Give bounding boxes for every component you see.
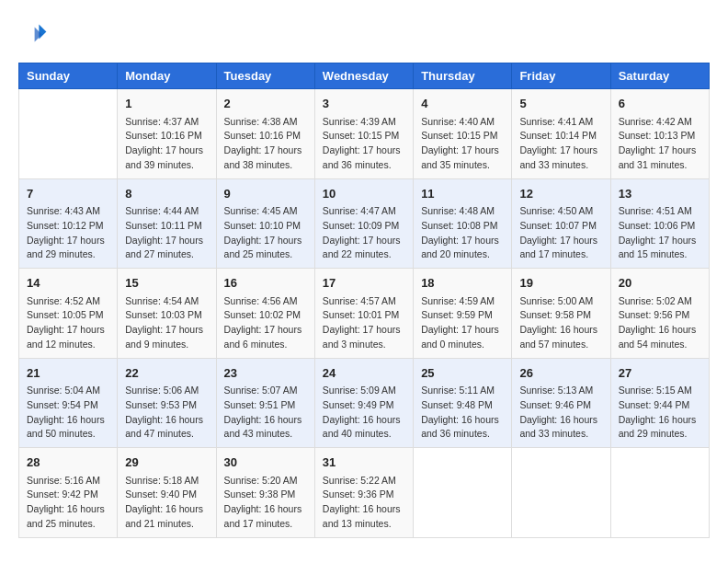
calendar-cell: [610, 448, 709, 538]
day-number: 27: [619, 364, 701, 383]
day-number: 11: [421, 185, 504, 203]
day-number: 8: [125, 185, 208, 203]
calendar-cell: 13Sunrise: 4:51 AM Sunset: 10:06 PM Dayl…: [610, 178, 709, 269]
cell-content: Sunrise: 4:41 AM Sunset: 10:14 PM Daylig…: [519, 115, 602, 173]
cell-content: Sunrise: 5:09 AM Sunset: 9:49 PM Dayligh…: [323, 384, 405, 442]
calendar-cell: 4Sunrise: 4:40 AM Sunset: 10:15 PM Dayli…: [414, 89, 512, 179]
cell-content: Sunrise: 4:47 AM Sunset: 10:09 PM Daylig…: [323, 204, 405, 262]
day-number: 4: [421, 95, 504, 113]
day-number: 31: [323, 454, 405, 472]
week-row-1: 1Sunrise: 4:37 AM Sunset: 10:16 PM Dayli…: [19, 89, 710, 179]
cell-content: Sunrise: 5:20 AM Sunset: 9:38 PM Dayligh…: [224, 474, 307, 532]
cell-content: Sunrise: 5:04 AM Sunset: 9:54 PM Dayligh…: [27, 384, 109, 442]
calendar-cell: 10Sunrise: 4:47 AM Sunset: 10:09 PM Dayl…: [314, 178, 413, 269]
cell-content: Sunrise: 5:07 AM Sunset: 9:51 PM Dayligh…: [224, 384, 307, 442]
cell-content: Sunrise: 5:18 AM Sunset: 9:40 PM Dayligh…: [125, 474, 208, 532]
day-number: 16: [224, 274, 307, 293]
calendar-cell: [19, 89, 118, 179]
day-number: 23: [224, 364, 307, 383]
cell-content: Sunrise: 4:48 AM Sunset: 10:08 PM Daylig…: [421, 204, 504, 262]
day-number: 6: [619, 95, 701, 113]
calendar-cell: 31Sunrise: 5:22 AM Sunset: 9:36 PM Dayli…: [314, 448, 413, 538]
day-number: 28: [27, 454, 109, 472]
logo-icon: [18, 18, 48, 48]
calendar-cell: 25Sunrise: 5:11 AM Sunset: 9:48 PM Dayli…: [414, 358, 512, 448]
day-number: 9: [224, 185, 307, 203]
cell-content: Sunrise: 4:45 AM Sunset: 10:10 PM Daylig…: [224, 204, 307, 262]
cell-content: Sunrise: 4:40 AM Sunset: 10:15 PM Daylig…: [421, 115, 504, 173]
day-number: 3: [323, 95, 405, 113]
day-number: 22: [125, 364, 208, 383]
calendar-cell: 24Sunrise: 5:09 AM Sunset: 9:49 PM Dayli…: [314, 358, 413, 448]
column-header-tuesday: Tuesday: [216, 63, 314, 89]
cell-content: Sunrise: 4:56 AM Sunset: 10:02 PM Daylig…: [224, 294, 307, 352]
day-number: 5: [519, 95, 602, 113]
calendar-cell: 29Sunrise: 5:18 AM Sunset: 9:40 PM Dayli…: [118, 448, 216, 538]
calendar-cell: 30Sunrise: 5:20 AM Sunset: 9:38 PM Dayli…: [216, 448, 314, 538]
cell-content: Sunrise: 4:54 AM Sunset: 10:03 PM Daylig…: [125, 294, 208, 352]
day-number: 15: [125, 274, 208, 293]
calendar-cell: [512, 448, 610, 538]
day-number: 20: [619, 274, 701, 293]
calendar-cell: 5Sunrise: 4:41 AM Sunset: 10:14 PM Dayli…: [512, 89, 610, 179]
calendar-cell: 11Sunrise: 4:48 AM Sunset: 10:08 PM Dayl…: [414, 178, 512, 269]
column-header-friday: Friday: [512, 63, 610, 89]
day-number: 19: [519, 274, 602, 293]
calendar-cell: 21Sunrise: 5:04 AM Sunset: 9:54 PM Dayli…: [19, 358, 118, 448]
calendar-cell: 8Sunrise: 4:44 AM Sunset: 10:11 PM Dayli…: [118, 178, 216, 269]
cell-content: Sunrise: 4:42 AM Sunset: 10:13 PM Daylig…: [619, 115, 701, 173]
day-number: 10: [323, 185, 405, 203]
column-header-wednesday: Wednesday: [314, 63, 413, 89]
week-row-3: 14Sunrise: 4:52 AM Sunset: 10:05 PM Dayl…: [19, 269, 710, 359]
cell-content: Sunrise: 4:44 AM Sunset: 10:11 PM Daylig…: [125, 204, 208, 262]
calendar-cell: 3Sunrise: 4:39 AM Sunset: 10:15 PM Dayli…: [314, 89, 413, 179]
week-row-4: 21Sunrise: 5:04 AM Sunset: 9:54 PM Dayli…: [19, 358, 710, 448]
calendar-cell: 23Sunrise: 5:07 AM Sunset: 9:51 PM Dayli…: [216, 358, 314, 448]
calendar-cell: 14Sunrise: 4:52 AM Sunset: 10:05 PM Dayl…: [19, 269, 118, 359]
calendar-cell: 16Sunrise: 4:56 AM Sunset: 10:02 PM Dayl…: [216, 269, 314, 359]
calendar-cell: 1Sunrise: 4:37 AM Sunset: 10:16 PM Dayli…: [118, 89, 216, 179]
cell-content: Sunrise: 5:00 AM Sunset: 9:58 PM Dayligh…: [519, 294, 602, 352]
page-header: [18, 18, 710, 48]
day-number: 25: [421, 364, 504, 383]
column-header-thursday: Thursday: [414, 63, 512, 89]
calendar-cell: 9Sunrise: 4:45 AM Sunset: 10:10 PM Dayli…: [216, 178, 314, 269]
calendar-cell: 19Sunrise: 5:00 AM Sunset: 9:58 PM Dayli…: [512, 269, 610, 359]
cell-content: Sunrise: 5:16 AM Sunset: 9:42 PM Dayligh…: [27, 474, 109, 532]
calendar-table: SundayMondayTuesdayWednesdayThursdayFrid…: [18, 63, 710, 538]
calendar-cell: 6Sunrise: 4:42 AM Sunset: 10:13 PM Dayli…: [610, 89, 709, 179]
calendar-cell: 15Sunrise: 4:54 AM Sunset: 10:03 PM Dayl…: [118, 269, 216, 359]
day-number: 24: [323, 364, 405, 383]
calendar-cell: 20Sunrise: 5:02 AM Sunset: 9:56 PM Dayli…: [610, 269, 709, 359]
calendar-cell: 22Sunrise: 5:06 AM Sunset: 9:53 PM Dayli…: [118, 358, 216, 448]
week-row-2: 7Sunrise: 4:43 AM Sunset: 10:12 PM Dayli…: [19, 178, 710, 269]
column-header-saturday: Saturday: [610, 63, 709, 89]
calendar-cell: 7Sunrise: 4:43 AM Sunset: 10:12 PM Dayli…: [19, 178, 118, 269]
day-number: 13: [619, 185, 701, 203]
calendar-cell: 17Sunrise: 4:57 AM Sunset: 10:01 PM Dayl…: [314, 269, 413, 359]
day-number: 29: [125, 454, 208, 472]
day-number: 7: [27, 185, 109, 203]
cell-content: Sunrise: 4:50 AM Sunset: 10:07 PM Daylig…: [519, 204, 602, 262]
cell-content: Sunrise: 4:37 AM Sunset: 10:16 PM Daylig…: [125, 115, 208, 173]
day-number: 30: [224, 454, 307, 472]
calendar-cell: 12Sunrise: 4:50 AM Sunset: 10:07 PM Dayl…: [512, 178, 610, 269]
column-headers: SundayMondayTuesdayWednesdayThursdayFrid…: [19, 63, 710, 89]
cell-content: Sunrise: 4:51 AM Sunset: 10:06 PM Daylig…: [619, 204, 701, 262]
cell-content: Sunrise: 4:43 AM Sunset: 10:12 PM Daylig…: [27, 204, 109, 262]
cell-content: Sunrise: 4:57 AM Sunset: 10:01 PM Daylig…: [323, 294, 405, 352]
calendar-cell: 27Sunrise: 5:15 AM Sunset: 9:44 PM Dayli…: [610, 358, 709, 448]
day-number: 17: [323, 274, 405, 293]
calendar-cell: 26Sunrise: 5:13 AM Sunset: 9:46 PM Dayli…: [512, 358, 610, 448]
day-number: 26: [519, 364, 602, 383]
week-row-5: 28Sunrise: 5:16 AM Sunset: 9:42 PM Dayli…: [19, 448, 710, 538]
day-number: 1: [125, 95, 208, 113]
cell-content: Sunrise: 5:22 AM Sunset: 9:36 PM Dayligh…: [323, 474, 405, 532]
column-header-monday: Monday: [118, 63, 216, 89]
cell-content: Sunrise: 5:13 AM Sunset: 9:46 PM Dayligh…: [519, 384, 602, 442]
calendar-cell: 2Sunrise: 4:38 AM Sunset: 10:16 PM Dayli…: [216, 89, 314, 179]
column-header-sunday: Sunday: [19, 63, 118, 89]
cell-content: Sunrise: 4:52 AM Sunset: 10:05 PM Daylig…: [27, 294, 109, 352]
cell-content: Sunrise: 5:11 AM Sunset: 9:48 PM Dayligh…: [421, 384, 504, 442]
cell-content: Sunrise: 5:06 AM Sunset: 9:53 PM Dayligh…: [125, 384, 208, 442]
